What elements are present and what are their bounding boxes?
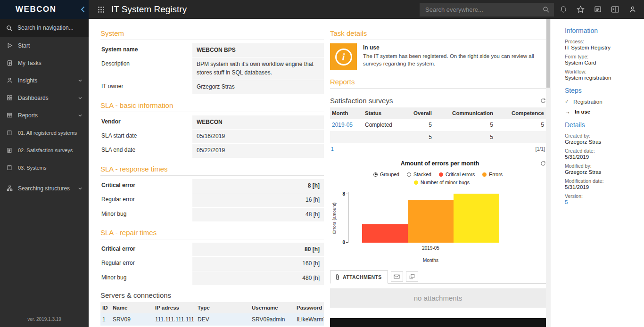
field-row: Critical error 8 [h]: [100, 179, 324, 193]
field-row: IT owner Grzegorz Stras: [100, 80, 324, 94]
field-label: Minor bug: [100, 271, 192, 285]
y-tick: 0: [338, 240, 345, 245]
sidebar-item-my-tasks[interactable]: My Tasks: [0, 54, 89, 72]
section-title-system: System: [100, 23, 324, 40]
app-launcher-icon[interactable]: [98, 6, 105, 13]
legend-dot-icon: [439, 172, 443, 177]
field-row: SLA start date 05/16/2019: [100, 130, 324, 143]
reports-title: Reports: [330, 71, 546, 89]
topbar: WEBCON IT System Registry: [0, 0, 644, 19]
sidebar-item-all-registered-systems[interactable]: 01. All registered systems: [0, 124, 89, 141]
chart-header: Amount of errors per month: [330, 160, 546, 167]
sidebar-item-searching-structures[interactable]: Searching structures: [0, 180, 89, 197]
radio-icon[interactable]: [373, 172, 378, 177]
chevron-down-icon[interactable]: [78, 78, 83, 83]
legend-dot-icon: [482, 172, 487, 177]
global-search-input[interactable]: [424, 6, 543, 14]
chart-mode-stacked[interactable]: Stacked: [407, 172, 431, 177]
section-title-sla-response: SLA - response times: [100, 158, 324, 176]
refresh-icon[interactable]: [540, 98, 546, 104]
field-row: Regular error 16 [h]: [100, 193, 324, 207]
chevron-down-icon[interactable]: [78, 186, 83, 191]
main-scrollbar[interactable]: [546, 19, 551, 327]
global-search[interactable]: [420, 3, 554, 16]
section-title-sla-repair: SLA - repair times: [100, 222, 324, 239]
chart-legend: Grouped Stacked Critical errors Errors: [330, 172, 546, 177]
table-row[interactable]: 2019-05 Completed 5 5 5: [330, 119, 546, 131]
chevron-down-icon[interactable]: [78, 113, 83, 118]
field-row: Description BPM system with it's own wor…: [100, 57, 324, 80]
sidebar-item-reports[interactable]: Reports: [0, 106, 89, 124]
refresh-icon[interactable]: [540, 161, 546, 166]
no-attachments-message: no attachments: [330, 288, 546, 308]
info-panel: Information Process: IT System Registry …: [551, 19, 644, 327]
field-value: Grzegorz Stras: [192, 80, 324, 94]
steps-title: Steps: [565, 87, 640, 94]
steps-section: Steps Registration In use: [565, 87, 640, 115]
sidebar-item-label: 02. Satisfaction surveys: [18, 147, 73, 153]
servers-section-title: Servers & connections: [100, 286, 324, 302]
sidebar-item-insights[interactable]: Insights: [0, 72, 89, 89]
information-section: Information Process: IT System Registry …: [565, 27, 640, 81]
step-in-use: In use: [565, 108, 640, 115]
scrollbar-thumb[interactable]: [546, 19, 550, 88]
version-link[interactable]: 5: [565, 199, 640, 205]
bar-chart: Errors (amount) 8 0: [330, 194, 546, 243]
survey-month-link[interactable]: 2019-05: [330, 119, 363, 131]
dashboards-icon: [6, 95, 13, 101]
field-value: 48 [h]: [192, 208, 324, 221]
report-icon: [6, 130, 13, 136]
sidebar-item-satisfaction-surveys[interactable]: 02. Satisfaction surveys: [0, 141, 89, 159]
collapsed-section-bar[interactable]: [330, 318, 546, 327]
chart-mode-grouped[interactable]: Grouped: [373, 172, 399, 177]
chart-bars: [362, 194, 499, 243]
chart-title: Amount of errors per month: [330, 160, 540, 167]
sidebar-search-input[interactable]: [17, 24, 91, 32]
sidebar-item-label: Start: [18, 42, 30, 49]
sidebar-item-label: 01. All registered systems: [18, 130, 77, 136]
table-row[interactable]: 1 SRV09 111.111.111.111 DEV SRV09admin I…: [100, 313, 324, 326]
radio-icon[interactable]: [407, 172, 411, 177]
sidebar: Start My Tasks Insights Dashboards Repor…: [0, 19, 89, 327]
field-row: System name WEBCON BPS: [100, 43, 324, 57]
y-axis: [348, 192, 348, 243]
legend-critical-errors: Critical errors: [439, 172, 475, 177]
sidebar-collapse-icon[interactable]: [81, 6, 85, 13]
field-value: WEBCON: [192, 115, 324, 129]
attachments-tab-label: ATTACHMENTS: [343, 274, 382, 280]
my-tasks-icon: [6, 60, 13, 66]
page-number[interactable]: 1: [331, 146, 334, 152]
sidebar-search[interactable]: [0, 19, 89, 37]
sidebar-item-systems[interactable]: 03. Systems: [0, 159, 89, 176]
feedback-notepad-icon[interactable]: [594, 6, 602, 13]
panel-field: Modified by: Grzegorz Stras: [565, 163, 640, 175]
sidebar-item-dashboards[interactable]: Dashboards: [0, 89, 89, 106]
chevron-down-icon[interactable]: [78, 96, 83, 100]
knowledge-base-book-icon[interactable]: [611, 6, 619, 13]
page-title: IT System Registry: [111, 4, 187, 15]
start-icon: [6, 42, 13, 49]
sidebar-item-start[interactable]: Start: [0, 37, 89, 54]
main-content: System System name WEBCON BPS Descriptio…: [89, 19, 546, 327]
user-profile-icon[interactable]: [629, 6, 636, 13]
copy-attachment-button[interactable]: [406, 271, 418, 282]
field-value: 16 [h]: [192, 193, 324, 207]
field-label: Description: [100, 57, 192, 80]
notifications-bell-icon[interactable]: [560, 6, 567, 13]
information-title: Information: [565, 27, 640, 34]
field-label: Vendor: [100, 115, 192, 129]
form-column: System System name WEBCON BPS Descriptio…: [100, 23, 324, 327]
favorites-star-icon[interactable]: [577, 6, 585, 13]
email-attachment-button[interactable]: [391, 271, 403, 282]
section-title-sla-basic: SLA - basic information: [100, 95, 324, 112]
y-tick: 8: [338, 191, 345, 196]
field-label: SLA start date: [100, 130, 192, 143]
field-label: Critical error: [100, 179, 192, 193]
reports-icon: [6, 112, 13, 118]
sidebar-item-label: Searching structures: [18, 185, 70, 192]
copy-icon: [409, 274, 415, 279]
field-row: SLA end date 05/22/2019: [100, 144, 324, 157]
surveys-title: Satisfaction surveys: [330, 97, 393, 105]
attachments-tab[interactable]: ATTACHMENTS: [330, 270, 388, 284]
field-label: SLA end date: [100, 144, 192, 157]
